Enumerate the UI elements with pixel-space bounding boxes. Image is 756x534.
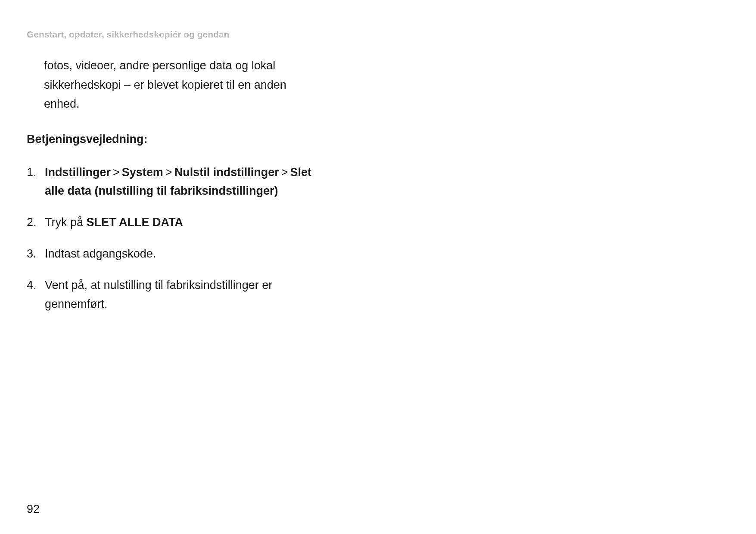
page-header-breadcrumb: Genstart, opdater, sikkerhedskopiér og g… [27,29,729,40]
section-heading: Betjeningsvejledning: [27,133,729,146]
step-2-action: SLET ALLE DATA [87,216,183,229]
instruction-step-1: Indstillinger>System>Nulstil indstilling… [27,163,320,200]
step-2-prefix: Tryk på [45,216,87,229]
nav-separator: > [281,166,288,179]
nav-path-system: System [122,166,163,179]
instruction-list: Indstillinger>System>Nulstil indstilling… [27,163,729,314]
page-number: 92 [27,503,40,516]
nav-path-settings: Indstillinger [45,166,111,179]
nav-separator: > [113,166,120,179]
intro-paragraph: fotos, videoer, andre personlige data og… [44,56,298,114]
nav-path-reset: Nulstil indstillinger [174,166,279,179]
nav-separator: > [165,166,172,179]
instruction-step-2: Tryk på SLET ALLE DATA [27,213,320,232]
instruction-step-4: Vent på, at nulstilling til fabriksindst… [27,276,320,313]
instruction-step-3: Indtast adgangskode. [27,245,320,263]
